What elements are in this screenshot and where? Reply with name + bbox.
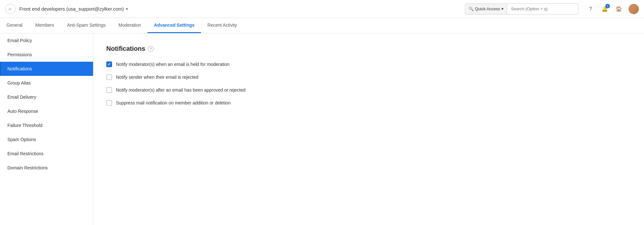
checkbox-item-notify-sender-rejected: Notify sender when their email is reject… bbox=[106, 74, 631, 80]
checkbox-item-notify-moderator-held: Notify moderator(s) when an email is hel… bbox=[106, 61, 631, 67]
checkbox-label-notify-sender-rejected: Notify sender when their email is reject… bbox=[116, 75, 198, 80]
group-title-text: Front end developers (usa_support@zylker… bbox=[19, 6, 124, 12]
checkbox-notify-moderator-approved[interactable] bbox=[106, 87, 112, 93]
sidebar-item-group-alias[interactable]: Group Alias bbox=[0, 76, 93, 90]
sidebar-item-email-delivery[interactable]: Email Delivery bbox=[0, 90, 93, 104]
quick-access-label: Quick Access bbox=[475, 6, 500, 11]
home-icon-button[interactable]: 🏠 bbox=[614, 4, 623, 14]
quick-access-button[interactable]: 🔍 Quick Access ▾ bbox=[465, 4, 507, 14]
avatar-image bbox=[629, 4, 639, 14]
sidebar-item-domain-restrictions[interactable]: Domain Restrictions bbox=[0, 161, 93, 175]
checkbox-suppress-member-notification[interactable] bbox=[106, 100, 112, 106]
sidebar-item-failure-threshold[interactable]: Failure Threshold bbox=[0, 118, 93, 132]
sidebar-item-email-policy[interactable]: Email Policy bbox=[0, 33, 93, 48]
checkbox-label-notify-moderator-held: Notify moderator(s) when an email is hel… bbox=[116, 62, 230, 67]
group-title-chevron: ▾ bbox=[126, 7, 128, 11]
topbar-icons: ? 🔔 1 🏠 bbox=[586, 4, 639, 14]
checkbox-notify-sender-rejected[interactable] bbox=[106, 74, 112, 80]
group-title[interactable]: Front end developers (usa_support@zylker… bbox=[19, 6, 128, 12]
search-area: 🔍 Quick Access ▾ bbox=[465, 4, 578, 14]
tab-recent-activity[interactable]: Recent Activity bbox=[201, 18, 243, 33]
tab-advanced-settings[interactable]: Advanced Settings bbox=[147, 18, 201, 33]
tabbar: General Members Anti-Spam Settings Moder… bbox=[0, 18, 644, 33]
back-icon: ← bbox=[8, 6, 12, 11]
sidebar-item-auto-response[interactable]: Auto Response bbox=[0, 104, 93, 118]
sidebar: Email Policy Permissions Notifications G… bbox=[0, 33, 93, 225]
section-title-notifications: Notifications ? bbox=[106, 45, 631, 52]
avatar[interactable] bbox=[629, 4, 639, 14]
section-title-text: Notifications bbox=[106, 45, 145, 52]
checkbox-item-suppress-member-notification: Suppress mail notification on member add… bbox=[106, 100, 631, 106]
home-icon: 🏠 bbox=[616, 6, 622, 12]
help-icon-button[interactable]: ? bbox=[586, 4, 595, 14]
tab-anti-spam[interactable]: Anti-Spam Settings bbox=[61, 18, 112, 33]
notification-badge: 1 bbox=[605, 4, 610, 8]
tab-general[interactable]: General bbox=[0, 18, 29, 33]
topbar: ← Front end developers (usa_support@zylk… bbox=[0, 0, 644, 18]
tab-moderation[interactable]: Moderation bbox=[112, 18, 147, 33]
sidebar-item-spam-options[interactable]: Spam Options bbox=[0, 132, 93, 147]
checkbox-notify-moderator-held[interactable] bbox=[106, 61, 112, 67]
help-icon: ? bbox=[589, 6, 592, 12]
notifications-help-icon[interactable]: ? bbox=[148, 46, 154, 52]
search-input[interactable] bbox=[507, 6, 578, 11]
checkbox-label-notify-moderator-approved: Notify moderator(s) after an email has b… bbox=[116, 87, 245, 93]
main-layout: Email Policy Permissions Notifications G… bbox=[0, 33, 644, 225]
sidebar-item-permissions[interactable]: Permissions bbox=[0, 48, 93, 62]
tab-members[interactable]: Members bbox=[29, 18, 61, 33]
sidebar-item-email-restrictions[interactable]: Email Restrictions bbox=[0, 147, 93, 161]
checkbox-item-notify-moderator-approved: Notify moderator(s) after an email has b… bbox=[106, 87, 631, 93]
notifications-icon-button[interactable]: 🔔 1 bbox=[600, 4, 609, 14]
back-button[interactable]: ← bbox=[5, 4, 15, 14]
quick-access-chevron: ▾ bbox=[501, 6, 504, 11]
search-icon: 🔍 bbox=[469, 6, 474, 11]
sidebar-item-notifications[interactable]: Notifications bbox=[0, 62, 93, 76]
content-area: Notifications ? Notify moderator(s) when… bbox=[93, 33, 644, 225]
checkbox-label-suppress-member-notification: Suppress mail notification on member add… bbox=[116, 100, 231, 105]
